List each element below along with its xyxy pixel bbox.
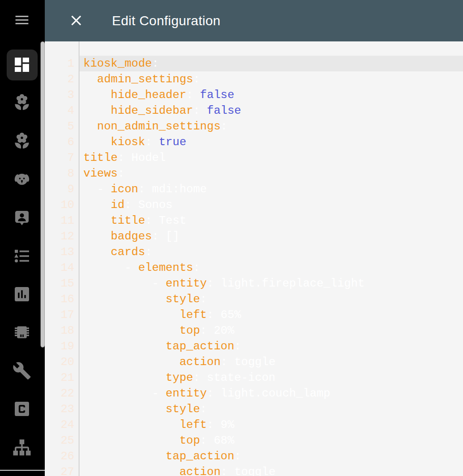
code-line-15[interactable]: 15 - entity: light.fireplace_light — [45, 276, 463, 291]
code-line-17[interactable]: 17 left: 65% — [45, 307, 463, 323]
code-line-12[interactable]: 12 badges: [] — [45, 228, 463, 244]
line-content[interactable]: tap_action: — [80, 338, 463, 354]
sidebar-item-person[interactable] — [12, 208, 31, 228]
line-content[interactable]: hide_header: false — [80, 87, 463, 103]
line-content[interactable]: - entity: light.fireplace_light — [80, 276, 463, 291]
line-content[interactable]: title: Hodel — [80, 150, 463, 166]
code-line-9[interactable]: 9 - icon: mdi:home — [45, 181, 463, 197]
line-number: 14 — [45, 260, 80, 276]
code-line-22[interactable]: 22 - entity: light.couch_lamp — [45, 386, 463, 401]
sidebar-menu-button[interactable] — [13, 11, 30, 29]
code-line-10[interactable]: 10 id: Sonos — [45, 197, 463, 213]
line-content[interactable]: hide_sidebar: false — [80, 103, 463, 119]
line-number: 19 — [45, 338, 80, 354]
close-button[interactable] — [68, 12, 84, 29]
code-line-6[interactable]: 6 kiosk: true — [45, 134, 463, 150]
code-line-24[interactable]: 24 left: 9% — [45, 417, 463, 433]
sidebar-item-network[interactable] — [12, 438, 31, 457]
line-number: 22 — [45, 386, 80, 401]
dog-icon — [12, 170, 31, 189]
sidebar-item-flower-2[interactable] — [12, 132, 31, 151]
line-content[interactable]: non_admin_settings: — [80, 119, 463, 134]
sidebar-item-flower-1[interactable] — [12, 93, 31, 112]
code-line-27[interactable]: 27 action: toggle — [45, 464, 463, 476]
line-content[interactable]: views: — [80, 166, 463, 181]
code-line-18[interactable]: 18 top: 20% — [45, 323, 463, 338]
line-number: 5 — [45, 119, 80, 134]
code-line-2[interactable]: 2 admin_settings: — [45, 71, 463, 87]
line-number: 27 — [45, 464, 80, 476]
code-line-4[interactable]: 4 hide_sidebar: false — [45, 103, 463, 119]
code-line-16[interactable]: 16 style: — [45, 291, 463, 307]
line-content[interactable]: style: — [80, 291, 463, 307]
line-content[interactable]: badges: [] — [80, 228, 463, 244]
line-number: 7 — [45, 150, 80, 166]
code-line-8[interactable]: 8views: — [45, 166, 463, 181]
code-line-21[interactable]: 21 type: state-icon — [45, 370, 463, 386]
line-content[interactable]: cards: — [80, 244, 463, 260]
dialog-header: Edit Configuration — [45, 0, 463, 41]
line-content[interactable]: type: state-icon — [80, 370, 463, 386]
line-number: 25 — [45, 433, 80, 448]
line-number: 16 — [45, 291, 80, 307]
line-number: 21 — [45, 370, 80, 386]
line-number: 11 — [45, 213, 80, 228]
line-content[interactable]: style: — [80, 401, 463, 417]
line-number: 9 — [45, 181, 80, 197]
line-number: 4 — [45, 103, 80, 119]
close-icon — [68, 12, 84, 29]
code-line-19[interactable]: 19 tap_action: — [45, 338, 463, 354]
line-content[interactable]: - icon: mdi:home — [80, 181, 463, 197]
line-content[interactable]: title: Test — [80, 213, 463, 228]
line-content[interactable]: kiosk: true — [80, 134, 463, 150]
app-sidebar — [0, 0, 45, 476]
line-content[interactable]: action: toggle — [80, 464, 463, 476]
view-dashboard-icon — [12, 55, 31, 74]
line-content[interactable]: tap_action: — [80, 448, 463, 464]
sidebar-item-list[interactable] — [12, 247, 31, 266]
code-line-3[interactable]: 3 hide_header: false — [45, 87, 463, 103]
code-line-13[interactable]: 13 cards: — [45, 244, 463, 260]
line-number: 6 — [45, 134, 80, 150]
line-content[interactable]: - entity: light.couch_lamp — [80, 386, 463, 401]
line-content[interactable]: top: 20% — [80, 323, 463, 338]
chip-icon — [12, 323, 31, 342]
code-line-1[interactable]: 1kiosk_mode: — [45, 56, 463, 71]
sidebar-scrollbar-thumb[interactable] — [40, 41, 45, 347]
line-number: 3 — [45, 87, 80, 103]
line-content[interactable]: left: 9% — [80, 417, 463, 433]
line-content[interactable]: kiosk_mode: — [80, 56, 463, 71]
line-number: 24 — [45, 417, 80, 433]
line-number: 20 — [45, 354, 80, 370]
line-content[interactable]: left: 65% — [80, 307, 463, 323]
line-number: 17 — [45, 307, 80, 323]
page-title: Edit Configuration — [112, 0, 221, 41]
line-number: 10 — [45, 197, 80, 213]
sidebar-item-dashboard[interactable] — [12, 55, 31, 74]
code-line-11[interactable]: 11 title: Test — [45, 213, 463, 228]
code-line-20[interactable]: 20 action: toggle — [45, 354, 463, 370]
sidebar-item-dog[interactable] — [12, 170, 31, 189]
code-line-7[interactable]: 7title: Hodel — [45, 150, 463, 166]
line-content[interactable]: top: 68% — [80, 433, 463, 448]
line-number: 18 — [45, 323, 80, 338]
line-content[interactable]: id: Sonos — [80, 197, 463, 213]
line-number: 13 — [45, 244, 80, 260]
sidebar-item-statistics[interactable] — [12, 285, 31, 304]
yaml-editor[interactable]: 1kiosk_mode:2 admin_settings:3 hide_head… — [45, 41, 463, 476]
line-content[interactable]: - elements: — [80, 260, 463, 276]
code-line-26[interactable]: 26 tap_action: — [45, 448, 463, 464]
hamburger-menu-icon — [13, 11, 30, 29]
code-line-25[interactable]: 25 top: 68% — [45, 433, 463, 448]
code-line-23[interactable]: 23 style: — [45, 401, 463, 417]
line-number: 15 — [45, 276, 80, 291]
sidebar-item-tools[interactable] — [12, 361, 31, 380]
line-content[interactable]: action: toggle — [80, 354, 463, 370]
line-number: 23 — [45, 401, 80, 417]
line-number: 8 — [45, 166, 80, 181]
sidebar-item-chip[interactable] — [12, 323, 31, 342]
code-line-5[interactable]: 5 non_admin_settings: — [45, 119, 463, 134]
sidebar-item-c-box[interactable] — [12, 399, 31, 418]
code-line-14[interactable]: 14 - elements: — [45, 260, 463, 276]
line-content[interactable]: admin_settings: — [80, 71, 463, 87]
